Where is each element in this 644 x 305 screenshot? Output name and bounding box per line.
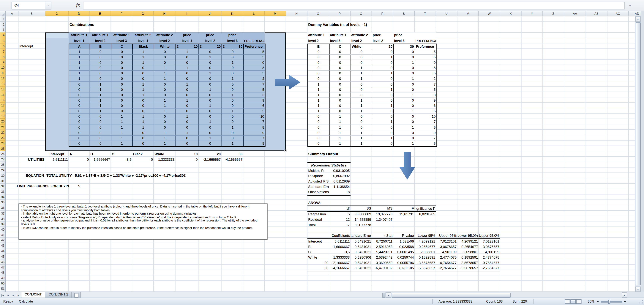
data-cell[interactable]: 0 bbox=[112, 71, 133, 76]
dummy-variables-title[interactable]: Dummy Variables (n. of levels - 1) bbox=[308, 22, 367, 28]
data-cell[interactable]: 1 bbox=[394, 109, 415, 114]
stats-row[interactable]: Standard Error1,1138854 bbox=[308, 184, 351, 190]
data-cell[interactable]: 0 bbox=[308, 136, 330, 141]
row-header-7[interactable]: 7 bbox=[0, 49, 6, 54]
data-cell[interactable]: 10 bbox=[244, 114, 265, 119]
data-cell[interactable]: 5 bbox=[415, 109, 436, 114]
header-cell[interactable]: level 2 bbox=[90, 38, 111, 44]
cell-F27[interactable]: 3,5 bbox=[111, 157, 132, 162]
data-cell[interactable]: 0 bbox=[176, 119, 199, 125]
data-cell[interactable]: 1 bbox=[351, 71, 372, 76]
data-cell[interactable]: 5 bbox=[415, 49, 436, 55]
data-cell[interactable]: 1 bbox=[69, 66, 90, 71]
row-header-12[interactable]: 12 bbox=[0, 76, 6, 81]
row-header-2[interactable]: 2 bbox=[0, 22, 6, 27]
data-cell[interactable]: 0 bbox=[133, 103, 154, 109]
combinations-title[interactable]: Combinations bbox=[70, 22, 94, 28]
data-cell[interactable]: 0 bbox=[133, 66, 154, 71]
data-cell[interactable]: 6 bbox=[415, 103, 436, 109]
formula-input[interactable] bbox=[83, 2, 624, 10]
column-header-T[interactable]: T bbox=[414, 11, 436, 17]
header-cell[interactable]: White bbox=[351, 44, 372, 49]
data-cell[interactable]: 1 bbox=[330, 114, 351, 119]
data-cell[interactable]: 0 bbox=[351, 60, 372, 66]
data-cell[interactable]: 1 bbox=[351, 66, 372, 71]
row-header-44[interactable]: 44 bbox=[0, 248, 6, 254]
data-cell[interactable]: 1 bbox=[351, 136, 372, 141]
data-cell[interactable]: 0 bbox=[69, 103, 90, 109]
row-header-47[interactable]: 47 bbox=[0, 264, 6, 270]
data-cell[interactable]: 0 bbox=[199, 49, 222, 55]
insert-function-icon[interactable]: fx bbox=[74, 2, 82, 10]
row-header-8[interactable]: 8 bbox=[0, 54, 6, 60]
data-cell[interactable]: 0 bbox=[372, 114, 394, 119]
currency-header-cell[interactable]: €30 bbox=[222, 44, 244, 49]
header-cell[interactable]: level 2 bbox=[154, 38, 176, 44]
column-header-AC[interactable]: AC bbox=[608, 11, 629, 17]
data-cell[interactable]: 0 bbox=[112, 76, 133, 82]
header-cell[interactable]: level 2 bbox=[308, 38, 329, 44]
row-header-23[interactable]: 23 bbox=[0, 135, 6, 141]
scroll-left-icon[interactable]: ◄ bbox=[386, 292, 391, 298]
data-cell[interactable]: 0 bbox=[69, 114, 90, 119]
data-cell[interactable]: 1 bbox=[199, 87, 222, 93]
data-cell[interactable]: 0 bbox=[90, 49, 112, 55]
data-cell[interactable]: 1 bbox=[330, 141, 351, 146]
cell-C26[interactable]: Intercept bbox=[45, 152, 69, 157]
data-cell[interactable]: 0 bbox=[308, 141, 330, 146]
data-cell[interactable]: 0 bbox=[199, 66, 222, 71]
data-cell[interactable]: 0 bbox=[112, 55, 133, 60]
data-cell[interactable]: 2 bbox=[415, 76, 436, 82]
data-cell[interactable]: 9 bbox=[415, 130, 436, 136]
row-header-21[interactable]: 21 bbox=[0, 124, 6, 130]
data-cell[interactable]: 0 bbox=[154, 82, 176, 87]
name-box[interactable]: C4 bbox=[12, 2, 45, 10]
row-header-42[interactable]: 42 bbox=[0, 238, 6, 243]
header-cell[interactable]: price bbox=[198, 33, 222, 38]
data-cell[interactable]: 0 bbox=[394, 103, 415, 109]
data-cell[interactable]: 5 bbox=[244, 71, 265, 76]
scroll-up-icon[interactable]: ▲ bbox=[636, 17, 641, 22]
data-cell[interactable]: 1 bbox=[222, 109, 244, 114]
row-header-37[interactable]: 37 bbox=[0, 211, 6, 216]
equation-label[interactable]: EQUATION bbox=[18, 173, 44, 178]
combinations-table-body[interactable]: ABCBlackWhite€10€20€30Preference10010100… bbox=[68, 44, 265, 147]
data-cell[interactable]: 0 bbox=[154, 87, 176, 93]
selection-fill-handle[interactable] bbox=[284, 150, 286, 152]
data-cell[interactable]: 0 bbox=[176, 76, 199, 82]
column-header-L[interactable]: L bbox=[243, 11, 265, 17]
column-header-AB[interactable]: AB bbox=[586, 11, 608, 17]
data-cell[interactable]: 0 bbox=[133, 136, 154, 141]
column-header-H[interactable]: H bbox=[154, 11, 176, 17]
data-cell[interactable]: 1 bbox=[394, 60, 415, 66]
data-cell[interactable]: 0 bbox=[372, 49, 394, 55]
header-cell[interactable]: attribute 2 bbox=[350, 33, 372, 38]
header-cell[interactable]: level 3 bbox=[393, 38, 415, 44]
header-cell[interactable]: level 3 bbox=[329, 38, 351, 44]
row-header-22[interactable]: 22 bbox=[0, 130, 6, 135]
data-cell[interactable]: 0 bbox=[222, 114, 244, 119]
column-header-N[interactable]: N bbox=[286, 11, 308, 17]
data-cell[interactable]: 1 bbox=[112, 119, 133, 125]
data-cell[interactable]: 1 bbox=[176, 98, 199, 103]
cell-K26[interactable]: 30 bbox=[222, 152, 243, 157]
row-header-15[interactable]: 15 bbox=[0, 92, 6, 97]
data-cell[interactable]: 5 bbox=[415, 125, 436, 130]
data-cell[interactable]: 0 bbox=[112, 60, 133, 66]
data-cell[interactable]: 0 bbox=[199, 93, 222, 98]
data-cell[interactable]: 1 bbox=[133, 114, 154, 119]
data-cell[interactable]: 0 bbox=[394, 87, 415, 93]
header-cell[interactable]: price bbox=[393, 33, 415, 38]
row-header-5[interactable]: 5 bbox=[0, 38, 6, 44]
column-header-AA[interactable]: AA bbox=[564, 11, 586, 17]
header-cell[interactable]: price bbox=[176, 33, 199, 38]
coefficients-row[interactable]: B1,66666670,64310212,59160530,0235880,26… bbox=[308, 244, 500, 249]
zoom-level-label[interactable]: 80% bbox=[588, 298, 594, 305]
sheet-nav-last-icon[interactable]: ►| bbox=[16, 292, 22, 298]
data-cell[interactable]: 7 bbox=[244, 119, 265, 125]
currency-header-cell[interactable]: €10 bbox=[176, 44, 199, 49]
data-cell[interactable]: 0 bbox=[222, 103, 244, 109]
data-cell[interactable]: 1 bbox=[394, 93, 415, 98]
limit-preference-value[interactable]: 5 bbox=[68, 184, 90, 189]
data-cell[interactable]: 0 bbox=[112, 66, 133, 71]
